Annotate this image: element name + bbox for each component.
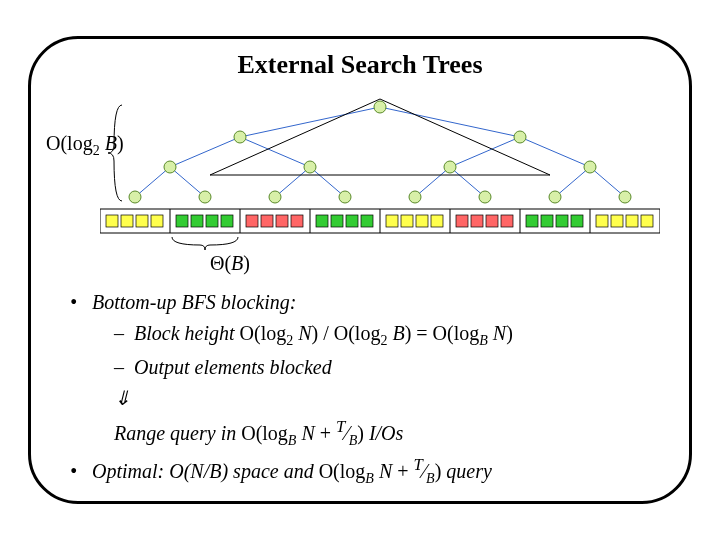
svg-rect-57 (431, 215, 443, 227)
svg-rect-64 (556, 215, 568, 227)
svg-rect-61 (501, 215, 513, 227)
svg-rect-40 (136, 215, 148, 227)
svg-line-1 (380, 107, 520, 137)
svg-line-0 (240, 107, 380, 137)
svg-rect-62 (526, 215, 538, 227)
svg-rect-67 (611, 215, 623, 227)
svg-rect-65 (571, 215, 583, 227)
svg-line-3 (240, 137, 310, 167)
svg-line-6 (135, 167, 170, 197)
svg-rect-45 (221, 215, 233, 227)
svg-rect-47 (261, 215, 273, 227)
svg-rect-55 (401, 215, 413, 227)
svg-line-10 (415, 167, 450, 197)
svg-rect-38 (106, 215, 118, 227)
svg-rect-56 (416, 215, 428, 227)
svg-rect-58 (456, 215, 468, 227)
svg-line-8 (275, 167, 310, 197)
subbullet-2: – Output elements blocked (114, 353, 670, 382)
svg-point-19 (304, 161, 316, 173)
svg-point-27 (479, 191, 491, 203)
theta-label: Θ(B) (210, 252, 250, 275)
svg-rect-60 (486, 215, 498, 227)
svg-rect-49 (291, 215, 303, 227)
svg-rect-50 (316, 215, 328, 227)
svg-rect-59 (471, 215, 483, 227)
svg-line-5 (520, 137, 590, 167)
svg-line-12 (555, 167, 590, 197)
svg-rect-51 (331, 215, 343, 227)
svg-point-17 (514, 131, 526, 143)
svg-rect-69 (641, 215, 653, 227)
svg-line-13 (590, 167, 625, 197)
tree-diagram (100, 95, 660, 275)
svg-point-21 (584, 161, 596, 173)
svg-point-20 (444, 161, 456, 173)
svg-rect-46 (246, 215, 258, 227)
svg-rect-41 (151, 215, 163, 227)
svg-rect-54 (386, 215, 398, 227)
svg-rect-68 (626, 215, 638, 227)
svg-rect-52 (346, 215, 358, 227)
svg-line-7 (170, 167, 205, 197)
svg-point-23 (199, 191, 211, 203)
svg-point-18 (164, 161, 176, 173)
slide: External Search Trees O(log2 B) (0, 0, 720, 540)
svg-point-29 (619, 191, 631, 203)
svg-line-9 (310, 167, 345, 197)
down-arrow-icon: ⇓ (114, 384, 670, 413)
svg-rect-39 (121, 215, 133, 227)
svg-rect-66 (596, 215, 608, 227)
bullet-2: •Optimal: O(N/B) space and O(logB N + T⁄… (70, 453, 670, 489)
bullet-list: •Bottom-up BFS blocking: – Block height … (70, 288, 670, 489)
svg-rect-48 (276, 215, 288, 227)
svg-point-25 (339, 191, 351, 203)
svg-point-24 (269, 191, 281, 203)
svg-point-16 (234, 131, 246, 143)
range-query-line: Range query in O(logB N + T⁄B) I/Os (114, 415, 670, 451)
svg-rect-53 (361, 215, 373, 227)
svg-rect-63 (541, 215, 553, 227)
svg-line-2 (170, 137, 240, 167)
svg-point-28 (549, 191, 561, 203)
svg-rect-44 (206, 215, 218, 227)
svg-line-11 (450, 167, 485, 197)
slide-title: External Search Trees (0, 50, 720, 80)
subbullet-1: – Block height O(log2 N) / O(log2 B) = O… (114, 319, 670, 351)
svg-line-4 (450, 137, 520, 167)
bullet-1: •Bottom-up BFS blocking: (70, 288, 670, 317)
svg-point-26 (409, 191, 421, 203)
svg-rect-43 (191, 215, 203, 227)
svg-point-22 (129, 191, 141, 203)
svg-point-15 (374, 101, 386, 113)
svg-rect-42 (176, 215, 188, 227)
